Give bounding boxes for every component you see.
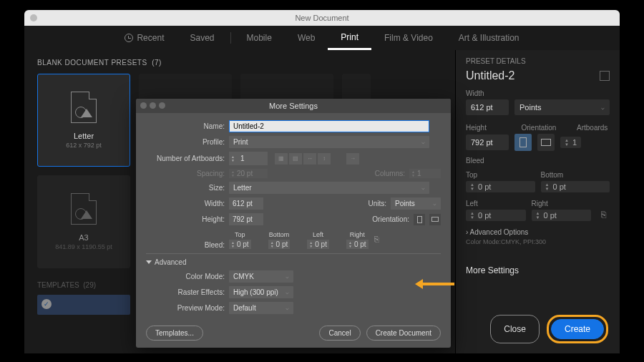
triangle-down-icon: [146, 260, 152, 264]
link-icon[interactable]: ⎘: [597, 208, 610, 221]
annotation-arrow: [415, 279, 454, 289]
artboards-stepper[interactable]: ▲▼1: [560, 137, 581, 148]
tab-film-video[interactable]: Film & Video: [371, 26, 446, 50]
orientation-portrait[interactable]: [514, 134, 532, 151]
bleed-top[interactable]: ▲▼0 pt: [466, 181, 535, 192]
check-icon: ✓: [42, 299, 52, 309]
row-layout-icon[interactable]: ↔: [303, 153, 316, 165]
presets-header: BLANK DOCUMENT PRESETS (7): [37, 59, 442, 67]
preset-details-panel: PRESET DETAILS Untitled-2 Width 612 pt P…: [455, 50, 620, 353]
document-icon: [71, 92, 97, 123]
name-input[interactable]: [229, 120, 429, 132]
templates-button[interactable]: Templates...: [146, 326, 203, 341]
category-tabs: Recent Saved Mobile Web Print Film & Vid…: [24, 26, 620, 50]
units-select[interactable]: Points⌵: [514, 99, 610, 115]
orientation-landscape[interactable]: [537, 134, 555, 151]
cancel-button[interactable]: Cancel: [319, 326, 360, 341]
artboards-field[interactable]: ▲▼: [229, 152, 268, 165]
create-document-button[interactable]: Create Document: [366, 326, 441, 341]
bleed-right[interactable]: ▲▼0 pt: [346, 240, 369, 249]
preset-a3[interactable]: A3 841.89 x 1190.55 pt: [37, 175, 130, 268]
bleed-bottom[interactable]: ▲▼0 pt: [541, 181, 610, 192]
advanced-toggle[interactable]: Advanced: [146, 258, 441, 266]
close-button[interactable]: Close: [490, 315, 540, 343]
bleed-right[interactable]: ▲▼0 pt: [532, 210, 592, 221]
units-select[interactable]: Points⌵: [391, 197, 441, 210]
color-mode-select[interactable]: CMYK⌵: [229, 270, 293, 283]
grid-layout-icon[interactable]: ▦: [275, 153, 288, 165]
col-layout-icon[interactable]: ↕: [318, 153, 331, 165]
advanced-options-toggle[interactable]: › Advanced Options: [466, 228, 610, 236]
tab-saved[interactable]: Saved: [177, 26, 227, 50]
details-header: PRESET DETAILS: [466, 57, 610, 65]
edit-icon[interactable]: [600, 71, 610, 81]
titlebar: New Document: [24, 10, 620, 26]
create-button[interactable]: Create: [551, 319, 604, 339]
tab-recent[interactable]: Recent: [112, 26, 177, 50]
more-settings-dialog: More Settings Name: Profile:Print⌵ Numbe…: [136, 99, 451, 348]
height-field[interactable]: 792 pt: [466, 134, 509, 150]
clock-icon: [125, 34, 133, 42]
arrow-icon[interactable]: →: [346, 153, 359, 165]
preview-mode-select[interactable]: Default⌵: [229, 302, 293, 314]
columns-field: ▲▼1: [409, 169, 441, 178]
profile-select[interactable]: Print⌵: [229, 136, 429, 148]
bleed-top[interactable]: ▲▼0 pt: [229, 240, 251, 249]
chevron-down-icon: ⌵: [601, 104, 605, 111]
orientation-landscape[interactable]: [429, 214, 441, 225]
spacing-field: ▲▼20 pt: [229, 169, 268, 178]
color-mode-info: Color Mode:CMYK, PPI:300: [466, 238, 610, 245]
tab-print[interactable]: Print: [328, 26, 371, 50]
link-icon[interactable]: ⎘: [373, 229, 381, 249]
footer-buttons: Close Create: [490, 315, 608, 343]
annotation-highlight: Create: [547, 315, 608, 343]
document-name: Untitled-2: [466, 69, 610, 82]
more-settings-link[interactable]: More Settings: [466, 265, 610, 275]
window-title: New Document: [24, 14, 620, 22]
width-input[interactable]: [229, 197, 263, 210]
template-thumb[interactable]: ✓: [37, 295, 130, 315]
bleed-left[interactable]: ▲▼0 pt: [466, 210, 526, 221]
bleed-bottom[interactable]: ▲▼0 pt: [268, 240, 291, 249]
orientation-portrait[interactable]: [414, 214, 425, 225]
tab-web[interactable]: Web: [285, 26, 328, 50]
height-input[interactable]: [229, 213, 263, 225]
preset-letter[interactable]: Letter 612 x 792 pt: [37, 74, 130, 167]
width-field[interactable]: 612 pt: [466, 99, 509, 115]
dialog-close-dot[interactable]: [140, 102, 147, 109]
document-icon: [71, 193, 97, 225]
dialog-title: More Settings: [136, 99, 451, 113]
grid-layout-icon[interactable]: ▤: [289, 153, 302, 165]
bleed-left[interactable]: ▲▼0 pt: [307, 240, 329, 249]
tab-art-illustration[interactable]: Art & Illustration: [446, 26, 532, 50]
size-select[interactable]: Letter⌵: [229, 182, 429, 194]
tab-mobile[interactable]: Mobile: [234, 26, 285, 50]
raster-effects-select[interactable]: High (300 ppi)⌵: [229, 286, 293, 298]
